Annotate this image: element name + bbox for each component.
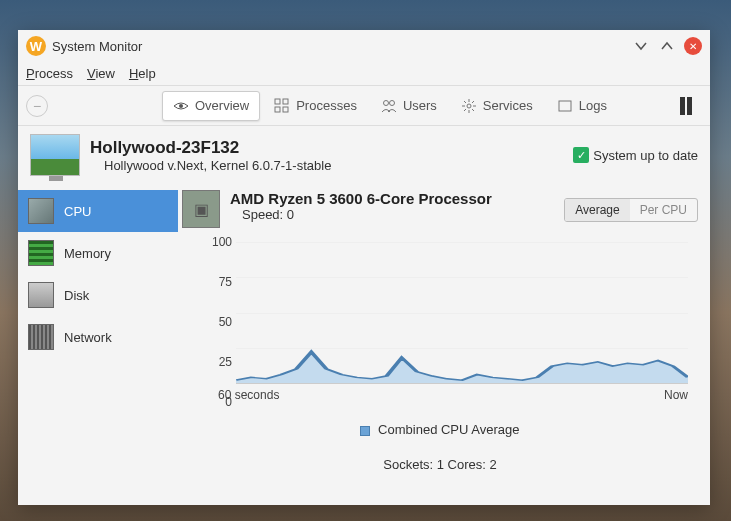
x-tick-left: 60 seconds — [218, 388, 279, 402]
svg-rect-2 — [283, 99, 288, 104]
tab-label: Services — [483, 98, 533, 113]
tab-label: Processes — [296, 98, 357, 113]
menubar: Process View Help — [18, 62, 710, 86]
maximize-button[interactable] — [658, 37, 676, 55]
y-tick: 75 — [219, 275, 232, 289]
sidebar-label: Memory — [64, 246, 111, 261]
toolbar: − Overview Processes Users Services Logs — [18, 86, 710, 126]
close-button[interactable]: ✕ — [684, 37, 702, 55]
menu-process[interactable]: Process — [26, 66, 73, 81]
tab-processes[interactable]: Processes — [264, 92, 367, 120]
svg-point-0 — [179, 104, 183, 108]
sidebar-label: Disk — [64, 288, 89, 303]
host-header: Hollywood-23F132 Hollywood v.Next, Kerne… — [18, 126, 710, 184]
kernel-info: Hollywood v.Next, Kernel 6.0.7-1-stable — [104, 158, 563, 173]
svg-point-6 — [389, 100, 394, 105]
cpu-panel: ▣ AMD Ryzen 5 3600 6-Core Processor Spee… — [178, 184, 710, 505]
menu-help[interactable]: Help — [129, 66, 156, 81]
grid-icon — [274, 98, 290, 114]
svg-rect-8 — [559, 101, 571, 111]
chip-icon: ▣ — [182, 190, 220, 228]
menu-view[interactable]: View — [87, 66, 115, 81]
svg-rect-3 — [275, 107, 280, 112]
sidebar-label: CPU — [64, 204, 91, 219]
y-tick: 25 — [219, 355, 232, 369]
tab-label: Overview — [195, 98, 249, 113]
tab-overview[interactable]: Overview — [162, 91, 260, 121]
resource-sidebar: CPU Memory Disk Network — [18, 184, 178, 505]
plot-area — [236, 242, 688, 384]
sidebar-item-memory[interactable]: Memory — [18, 232, 178, 274]
tab-users[interactable]: Users — [371, 92, 447, 120]
zoom-out-button[interactable]: − — [26, 95, 48, 117]
check-icon: ✓ — [573, 147, 589, 163]
tab-logs[interactable]: Logs — [547, 92, 617, 120]
gear-icon — [461, 98, 477, 114]
x-tick-right: Now — [664, 388, 688, 402]
y-tick: 100 — [212, 235, 232, 249]
toggle-per-cpu[interactable]: Per CPU — [630, 199, 697, 221]
tab-services[interactable]: Services — [451, 92, 543, 120]
minimize-button[interactable] — [632, 37, 650, 55]
app-icon: W — [26, 36, 46, 56]
legend-label: Combined CPU Average — [378, 422, 519, 437]
users-icon — [381, 98, 397, 114]
svg-rect-4 — [283, 107, 288, 112]
monitor-icon — [30, 134, 80, 176]
svg-point-5 — [383, 100, 388, 105]
cpu-icon — [28, 198, 54, 224]
sidebar-item-disk[interactable]: Disk — [18, 274, 178, 316]
network-icon — [28, 324, 54, 350]
log-icon — [557, 98, 573, 114]
legend-swatch — [360, 426, 370, 436]
tab-label: Users — [403, 98, 437, 113]
tab-label: Logs — [579, 98, 607, 113]
cpu-speed: Speed: 0 — [242, 207, 492, 222]
titlebar: W System Monitor ✕ — [18, 30, 710, 62]
status-text: System up to date — [593, 148, 698, 163]
y-tick: 50 — [219, 315, 232, 329]
svg-point-7 — [467, 104, 471, 108]
view-toggle: Average Per CPU — [564, 198, 698, 222]
toggle-average[interactable]: Average — [565, 199, 629, 221]
cpu-chart: 100 75 50 25 0 60 seconds Now — [200, 242, 698, 402]
svg-rect-1 — [275, 99, 280, 104]
memory-icon — [28, 240, 54, 266]
pause-button[interactable] — [680, 97, 702, 115]
chart-legend: Combined CPU Average — [182, 422, 698, 437]
system-status: ✓ System up to date — [573, 147, 698, 163]
sidebar-item-network[interactable]: Network — [18, 316, 178, 358]
system-monitor-window: W System Monitor ✕ Process View Help − O… — [18, 30, 710, 505]
sidebar-label: Network — [64, 330, 112, 345]
sidebar-item-cpu[interactable]: CPU — [18, 190, 178, 232]
cpu-model: AMD Ryzen 5 3600 6-Core Processor — [230, 190, 492, 207]
cpu-topology: Sockets: 1 Cores: 2 — [182, 457, 698, 472]
eye-icon — [173, 98, 189, 114]
hostname: Hollywood-23F132 — [90, 138, 563, 158]
window-title: System Monitor — [52, 39, 632, 54]
disk-icon — [28, 282, 54, 308]
